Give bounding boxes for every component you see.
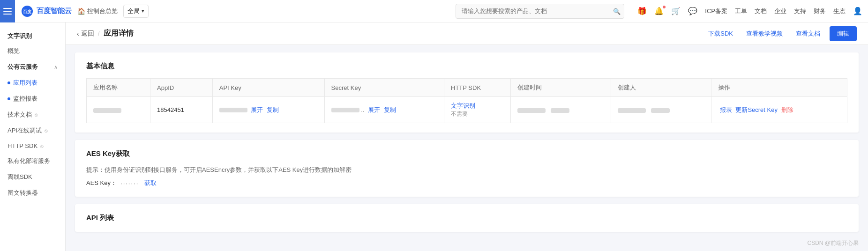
sidebar-item-monitor[interactable]: 监控报表 [0, 91, 65, 107]
created-time-masked-2 [551, 108, 569, 113]
message-icon[interactable]: 💬 [688, 7, 697, 15]
collapse-icon: ∧ [54, 64, 58, 70]
gift-icon[interactable]: 🎁 [637, 7, 647, 15]
th-http-sdk: HTTP SDK [444, 79, 511, 97]
notification-icon[interactable]: 🔔 [654, 7, 664, 15]
external-link-icon: ⎋ [35, 112, 38, 118]
brand-icon: 百度 [21, 5, 34, 18]
main-layout: 文字识别 概览 公有云服务 ∧ 应用列表 监控报表 技术文档 ⎋ API在线调试… [0, 22, 868, 251]
sidebar-item-http-sdk[interactable]: HTTP SDK ⎋ [0, 139, 65, 153]
api-key-expand-link[interactable]: 展开 [251, 106, 263, 113]
finance-link[interactable]: 财务 [814, 7, 826, 15]
op-report-link[interactable]: 报表 [720, 106, 732, 113]
user-avatar[interactable]: 👤 [853, 7, 862, 15]
sidebar-overview-label: 概览 [7, 47, 20, 55]
basic-info-card: 基本信息 应用名称 AppID API Key Secret Key HTTP … [75, 52, 859, 133]
td-creator [611, 97, 711, 123]
http-sdk-line1: 文字识别 [451, 102, 504, 110]
active-dot-icon [7, 81, 10, 84]
api-key-masked [219, 108, 247, 112]
table-row: 18542451 展开 复制 .. 展开 复制 [87, 97, 847, 123]
chevron-down-icon: ▾ [142, 8, 144, 14]
td-api-key: 展开 复制 [212, 97, 324, 123]
icp-link[interactable]: ICP备案 [705, 7, 727, 15]
monitor-dot-icon [7, 97, 10, 100]
sidebar-http-sdk-label: HTTP SDK [7, 142, 37, 149]
api-list-title: API 列表 [86, 214, 847, 222]
aes-section-title: AES Key获取 [86, 149, 847, 158]
edit-button[interactable]: 编辑 [830, 26, 857, 41]
http-sdk-value: 文字识别 不需要 [451, 102, 504, 118]
op-delete-link[interactable]: 删除 [781, 106, 793, 113]
search-icon[interactable]: 🔍 [613, 7, 621, 15]
th-secret-key: Secret Key [324, 79, 444, 97]
hamburger-icon [3, 8, 12, 15]
console-label: 控制台总览 [87, 7, 118, 15]
http-sdk-line2: 不需要 [451, 110, 504, 118]
op-update-secret-link[interactable]: 更新Secret Key [735, 106, 778, 113]
sidebar: 文字识别 概览 公有云服务 ∧ 应用列表 监控报表 技术文档 ⎋ API在线调试… [0, 22, 66, 251]
table-header-row: 应用名称 AppID API Key Secret Key HTTP SDK 创… [87, 79, 847, 97]
sidebar-app-list-label: 应用列表 [13, 79, 37, 87]
sidebar-public-cloud-header[interactable]: 公有云服务 ∧ [0, 59, 65, 75]
aes-key-label: AES Key： [86, 179, 117, 187]
home-icon: 🏠 [77, 7, 85, 15]
aes-fetch-link[interactable]: 获取 [144, 179, 157, 187]
sidebar-item-tech-docs[interactable]: 技术文档 ⎋ [0, 107, 65, 123]
aes-key-card: AES Key获取 提示：使用身份证识别到接口服务，可开启AESEncry参数，… [75, 140, 859, 197]
search-box: 🔍 [456, 4, 624, 19]
sidebar-module-title: 文字识别 [0, 26, 65, 43]
th-creator: 创建人 [611, 79, 711, 97]
content-area: ‹ 返回 / 应用详情 下载SDK 查看教学视频 查看文档 编辑 基本信息 应用… [66, 22, 868, 251]
view-docs-button[interactable]: 查看文档 [792, 27, 824, 41]
workorder-link[interactable]: 工单 [735, 7, 747, 15]
enterprise-link[interactable]: 企业 [774, 7, 786, 15]
download-sdk-button[interactable]: 下载SDK [704, 27, 737, 41]
breadcrumb: ‹ 返回 / 应用详情 [77, 29, 134, 38]
brand-logo[interactable]: 百度 百度智能云 [21, 5, 72, 18]
td-app-name [87, 97, 150, 123]
td-http-sdk: 文字识别 不需要 [444, 97, 511, 123]
sidebar-item-offline-sdk[interactable]: 离线SDK [0, 169, 65, 185]
info-table: 应用名称 AppID API Key Secret Key HTTP SDK 创… [86, 78, 847, 123]
support-link[interactable]: 支持 [794, 7, 806, 15]
console-nav[interactable]: 🏠 控制台总览 [77, 7, 118, 15]
app-name-masked [93, 108, 121, 113]
th-app-name: 应用名称 [87, 79, 150, 97]
sidebar-item-converter[interactable]: 图文转换器 [0, 185, 65, 201]
basic-info-title: 基本信息 [86, 62, 847, 71]
td-appid: 18542451 [150, 97, 213, 123]
sidebar-item-private-deploy[interactable]: 私有化部署服务 [0, 153, 65, 169]
page-actions: 下载SDK 查看教学视频 查看文档 编辑 [704, 26, 857, 41]
td-secret-key: .. 展开 复制 [324, 97, 444, 123]
creator-masked-2 [651, 108, 670, 113]
back-arrow-icon: ‹ [77, 30, 79, 37]
ecology-link[interactable]: 生态 [833, 7, 846, 15]
sidebar-item-api-debug[interactable]: API在线调试 ⎋ [0, 123, 65, 139]
docs-link[interactable]: 文档 [755, 7, 767, 15]
page-title: 应用详情 [104, 29, 134, 38]
back-label: 返回 [81, 30, 94, 38]
creator-masked [618, 108, 646, 113]
external-link-icon-2: ⎋ [45, 128, 48, 133]
top-nav-left: 百度 百度智能云 🏠 控制台总览 全局 ▾ [6, 0, 149, 22]
hamburger-button[interactable] [0, 0, 15, 22]
back-button[interactable]: ‹ 返回 [77, 30, 94, 38]
secret-key-expand-link[interactable]: 展开 [368, 106, 380, 113]
th-appid: AppID [150, 79, 213, 97]
region-selector[interactable]: 全局 ▾ [123, 5, 149, 18]
view-tutorial-button[interactable]: 查看教学视频 [742, 27, 786, 41]
th-created-time: 创建时间 [511, 79, 611, 97]
search-input[interactable] [456, 4, 624, 19]
sidebar-api-debug-label: API在线调试 [7, 126, 42, 135]
sidebar-item-app-list[interactable]: 应用列表 [0, 75, 65, 91]
appid-value: 18542451 [157, 106, 184, 113]
api-key-copy-link[interactable]: 复制 [267, 106, 279, 113]
sidebar-monitor-label: 监控报表 [13, 95, 37, 103]
cart-icon[interactable]: 🛒 [671, 7, 681, 15]
sidebar-offline-sdk-label: 离线SDK [7, 173, 32, 181]
td-operations: 报表 更新Secret Key 删除 [711, 97, 847, 123]
sidebar-item-overview[interactable]: 概览 [0, 43, 65, 59]
watermark: CSDN @前端开心果 [807, 239, 859, 247]
secret-key-copy-link[interactable]: 复制 [384, 106, 396, 113]
